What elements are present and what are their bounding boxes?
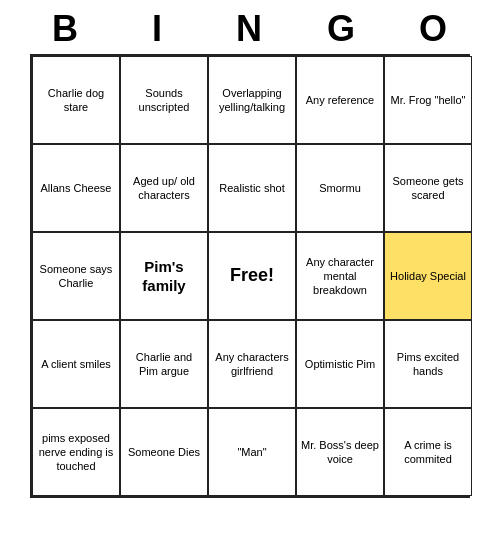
bingo-cell-11: Pim's family — [120, 232, 208, 320]
bingo-cell-3: Any reference — [296, 56, 384, 144]
title-b: B — [26, 8, 106, 50]
bingo-cell-15: A client smiles — [32, 320, 120, 408]
title-i: I — [118, 8, 198, 50]
bingo-cell-19: Pims excited hands — [384, 320, 472, 408]
bingo-cell-22: "Man" — [208, 408, 296, 496]
bingo-cell-23: Mr. Boss's deep voice — [296, 408, 384, 496]
title-o: O — [394, 8, 474, 50]
bingo-cell-4: Mr. Frog "hello" — [384, 56, 472, 144]
bingo-cell-7: Realistic shot — [208, 144, 296, 232]
bingo-cell-16: Charlie and Pim argue — [120, 320, 208, 408]
bingo-cell-6: Aged up/ old characters — [120, 144, 208, 232]
title-n: N — [210, 8, 290, 50]
bingo-cell-1: Sounds unscripted — [120, 56, 208, 144]
bingo-cell-5: Allans Cheese — [32, 144, 120, 232]
bingo-grid: Charlie dog stareSounds unscriptedOverla… — [30, 54, 470, 498]
bingo-cell-2: Overlapping yelling/talking — [208, 56, 296, 144]
bingo-cell-0: Charlie dog stare — [32, 56, 120, 144]
bingo-cell-17: Any characters girlfriend — [208, 320, 296, 408]
bingo-cell-13: Any character mental breakdown — [296, 232, 384, 320]
bingo-cell-18: Optimistic Pim — [296, 320, 384, 408]
bingo-cell-21: Someone Dies — [120, 408, 208, 496]
bingo-cell-24: A crime is commited — [384, 408, 472, 496]
bingo-cell-20: pims exposed nerve ending is touched — [32, 408, 120, 496]
bingo-title: B I N G O — [20, 0, 480, 54]
title-g: G — [302, 8, 382, 50]
bingo-cell-8: Smormu — [296, 144, 384, 232]
bingo-cell-12: Free! — [208, 232, 296, 320]
bingo-cell-10: Someone says Charlie — [32, 232, 120, 320]
bingo-cell-9: Someone gets scared — [384, 144, 472, 232]
bingo-cell-14: Holiday Special — [384, 232, 472, 320]
